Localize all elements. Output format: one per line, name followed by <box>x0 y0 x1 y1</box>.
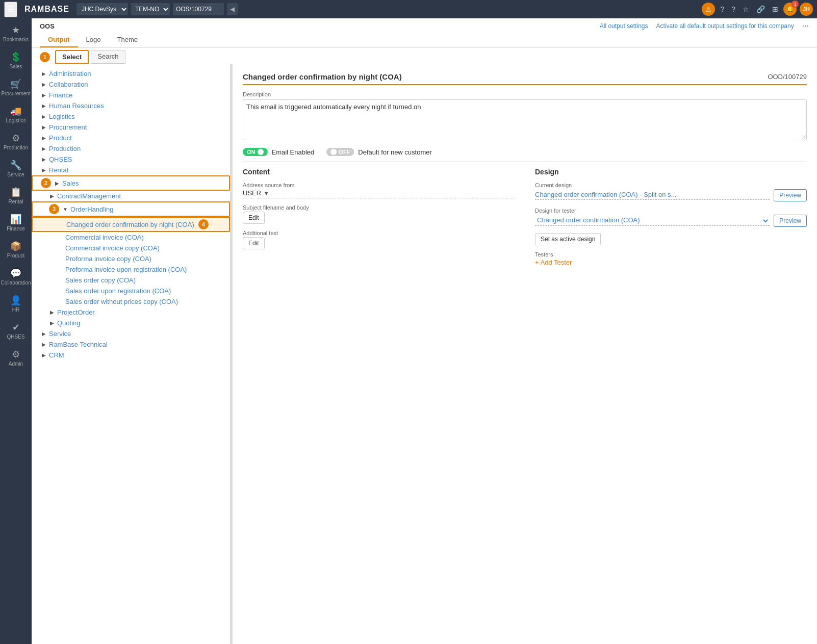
tree-item-sales[interactable]: 2 ▶ Sales <box>32 175 230 191</box>
tree-label-rental: Rental <box>49 166 68 174</box>
testers-label: Testers <box>535 251 807 257</box>
email-enabled-toggle-item: ON Email Enabled <box>243 148 314 156</box>
tree-item-sales-order-noprices[interactable]: Sales order without prices copy (COA) <box>32 296 230 307</box>
tree-item-rambase-technical[interactable]: ▶ RamBase Technical <box>32 339 230 350</box>
tree-item-production[interactable]: ▶ Production <box>32 143 230 154</box>
tree-item-sales-order-copy[interactable]: Sales order copy (COA) <box>32 275 230 286</box>
tree-item-collaboration[interactable]: ▶ Collaboration <box>32 79 230 90</box>
tree-item-order-handling[interactable]: 3 ▼ OrderHandling <box>32 201 230 217</box>
more-options-button[interactable]: ··· <box>802 21 809 31</box>
default-customer-toggle[interactable]: OFF <box>326 148 354 156</box>
current-design-preview-button[interactable]: Preview <box>774 189 807 201</box>
sidebar-item-product[interactable]: 📦 Product <box>2 237 30 263</box>
grid-button[interactable]: ⊞ <box>770 4 780 14</box>
tree-item-finance[interactable]: ▶ Finance <box>32 90 230 100</box>
tree-item-procurement[interactable]: ▶ Procurement <box>32 122 230 133</box>
star-button[interactable]: ☆ <box>741 4 751 14</box>
company-selector[interactable]: JHC DevSys <box>76 3 128 15</box>
tree-arrow-administration: ▶ <box>40 71 48 76</box>
tree-arrow-sales: ▶ <box>53 181 61 186</box>
admin-icon: ⚙ <box>12 349 20 360</box>
additional-text-label: Additional text <box>243 230 515 236</box>
tree-item-qhses[interactable]: ▶ QHSES <box>32 154 230 165</box>
tree-item-product[interactable]: ▶ Product <box>32 133 230 143</box>
production-icon: ⚙ <box>12 133 20 144</box>
activate-defaults-link[interactable]: Activate all default output settings for… <box>656 22 794 30</box>
subject-edit-button[interactable]: Edit <box>243 212 265 224</box>
tab-theme[interactable]: Theme <box>109 33 146 47</box>
step-1-badge: 1 <box>40 52 50 62</box>
tree-item-commercial-invoice[interactable]: Commercial invoice (COA) <box>32 232 230 243</box>
tree-item-sales-order-reg[interactable]: Sales order upon registration (COA) <box>32 286 230 296</box>
step-4-badge: 4 <box>198 219 209 229</box>
design-tester-select[interactable]: Changed order confirmation (COA) <box>535 216 770 226</box>
sidebar-item-sales[interactable]: 💲 Sales <box>2 47 30 73</box>
tree-item-project-order[interactable]: ▶ ProjectOrder <box>32 307 230 318</box>
help-button[interactable]: ? <box>718 4 726 14</box>
additional-text-field: Additional text Edit <box>243 230 515 249</box>
alert-button[interactable]: ⚠ <box>702 3 715 16</box>
content-section-title: Content <box>243 168 515 176</box>
sidebar-item-hr[interactable]: 👤 HR <box>2 291 30 317</box>
all-output-settings-link[interactable]: All output settings <box>600 22 648 30</box>
tree-item-rental[interactable]: ▶ Rental <box>32 165 230 175</box>
sidebar-item-production[interactable]: ⚙ Production <box>2 128 30 154</box>
admin-nav-label: Admin <box>9 361 23 367</box>
split-pane: ▶ Administration ▶ Collaboration ▶ Finan… <box>32 64 817 644</box>
tab-logo[interactable]: Logo <box>78 33 109 47</box>
tree-label-qhses: QHSES <box>49 156 72 163</box>
sidebar-item-rental[interactable]: 📋 Rental <box>2 183 30 209</box>
sidebar-item-bookmarks[interactable]: ★ Bookmarks <box>2 20 30 46</box>
add-tester-button[interactable]: + Add Tester <box>535 259 572 266</box>
tree-item-commercial-invoice-copy[interactable]: Commercial invoice copy (COA) <box>32 243 230 253</box>
sidebar-item-qhses[interactable]: ✔ QHSES <box>2 318 30 344</box>
tree-label-service: Service <box>49 330 71 338</box>
template-selector[interactable]: TEM-NO <box>131 3 170 15</box>
tree-item-administration[interactable]: ▶ Administration <box>32 68 230 79</box>
main-tabs: Output Logo Theme <box>40 33 809 47</box>
sidebar-item-collaboration[interactable]: 💬 Collaboration <box>2 264 30 290</box>
back-button[interactable]: ◀ <box>227 3 238 15</box>
tree-label-product: Product <box>49 134 72 142</box>
sidebar-item-logistics[interactable]: 🚚 Logistics <box>2 101 30 127</box>
tab-output[interactable]: Output <box>40 33 78 47</box>
toggle-circle-off <box>330 149 337 155</box>
tree-item-changed-order-conf[interactable]: Changed order confirmation by night (COA… <box>32 217 230 232</box>
tree-item-proforma-invoice-copy[interactable]: Proforma invoice copy (COA) <box>32 253 230 264</box>
subtab-search[interactable]: Search <box>91 50 125 64</box>
sidebar-item-service[interactable]: 🔧 Service <box>2 156 30 182</box>
additional-text-edit-button[interactable]: Edit <box>243 237 265 249</box>
logistics-nav-label: Logistics <box>6 118 26 123</box>
link-button[interactable]: 🔗 <box>754 4 767 14</box>
step-3-badge: 3 <box>49 204 59 214</box>
tree-arrow-sales-order-reg <box>56 288 64 294</box>
sidebar-item-procurement[interactable]: 🛒 Procurement <box>2 74 30 100</box>
subtab-select[interactable]: Select <box>55 50 89 64</box>
sidebar-item-admin[interactable]: ⚙ Admin <box>2 345 30 371</box>
set-active-design-button[interactable]: Set as active design <box>535 233 601 245</box>
email-enabled-toggle[interactable]: ON <box>243 148 268 156</box>
description-textarea[interactable]: This email is triggered automatically ev… <box>243 99 807 140</box>
tree-label-contract-management: ContractManagement <box>57 192 121 200</box>
tree-item-human-resources[interactable]: ▶ Human Resources <box>32 100 230 111</box>
tree-item-quoting[interactable]: ▶ Quoting <box>32 318 230 328</box>
tree-item-contract-management[interactable]: ▶ ContractManagement <box>32 191 230 201</box>
tree-arrow-order-handling: ▼ <box>61 207 69 212</box>
user-avatar-button[interactable]: JH <box>800 3 813 16</box>
tree-arrow-quoting: ▶ <box>48 320 56 326</box>
sidebar-item-finance[interactable]: 📊 Finance <box>2 210 30 236</box>
main-layout: ★ Bookmarks 💲 Sales 🛒 Procurement 🚚 Logi… <box>0 18 817 644</box>
tree-item-crm[interactable]: ▶ CRM <box>32 350 230 360</box>
design-tester-row: Changed order confirmation (COA) Preview <box>535 215 807 227</box>
tree-item-proforma-invoice-reg[interactable]: Proforma invoice upon registration (COA) <box>32 264 230 275</box>
question-button[interactable]: ? <box>729 4 737 14</box>
tree-item-service[interactable]: ▶ Service <box>32 328 230 339</box>
notifications-button[interactable]: 🔔 1 <box>783 3 797 16</box>
hamburger-menu-button[interactable]: ☰ <box>4 2 17 17</box>
tree-item-logistics[interactable]: ▶ Logistics <box>32 111 230 122</box>
tree-label-crm: CRM <box>49 351 64 359</box>
design-tester-preview-button[interactable]: Preview <box>774 215 807 227</box>
tree-arrow-commercial-invoice-copy <box>56 245 64 251</box>
path-input[interactable] <box>173 3 224 15</box>
address-source-select[interactable]: USER ▼ <box>243 189 515 198</box>
